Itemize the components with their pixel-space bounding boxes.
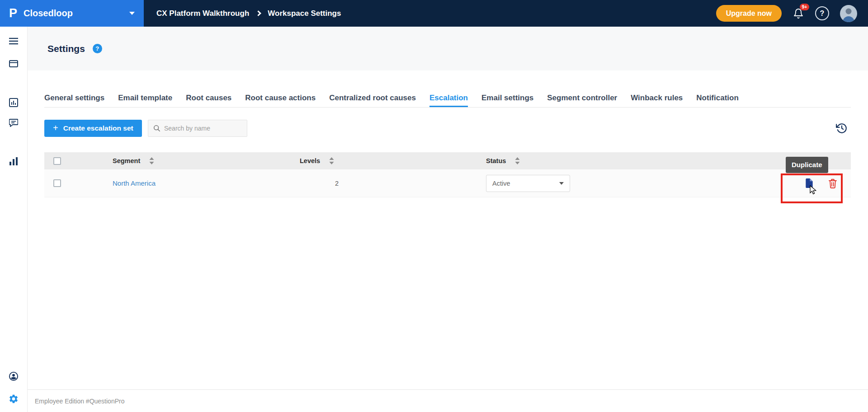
notifications-button[interactable]: 9+ [793, 8, 804, 19]
left-sidebar [0, 27, 28, 412]
row-checkbox-cell [44, 179, 113, 187]
row-levels-cell: 2 [300, 180, 486, 187]
header-levels-cell: Levels [300, 157, 486, 164]
breadcrumb: CX Platform Walkthrough Workspace Settin… [156, 9, 341, 18]
levels-header-label: Levels [300, 157, 320, 164]
table-header-row: Segment Levels Status [44, 152, 851, 169]
segment-link[interactable]: North America [113, 179, 156, 187]
header-status-cell: Status [486, 157, 712, 164]
row-actions-cell [712, 178, 851, 188]
help-button[interactable]: ? [815, 6, 829, 20]
duplicate-tooltip: Duplicate [786, 157, 828, 173]
footer: Employee Edition #QuestionPro [28, 389, 868, 412]
create-escalation-set-label: Create escalation set [63, 124, 133, 132]
brand-logo-icon: P [9, 6, 17, 20]
plus-icon: + [53, 123, 58, 133]
main-content: Settings ? General settings Email templa… [28, 27, 868, 412]
chevron-down-icon [129, 12, 135, 15]
topbar-actions: Upgrade now 9+ ? [716, 5, 868, 22]
user-icon[interactable] [9, 371, 19, 382]
table-row: North America 2 Active [44, 169, 851, 197]
chevron-right-icon [255, 10, 261, 16]
trash-icon [828, 178, 837, 188]
levels-column-header[interactable]: Levels [300, 157, 334, 164]
history-icon [836, 122, 848, 134]
menu-icon[interactable] [9, 37, 18, 45]
search-box [148, 120, 247, 137]
settings-help-icon[interactable]: ? [93, 44, 102, 53]
header-segment-cell: Segment [113, 157, 300, 164]
analytics-icon[interactable] [9, 157, 18, 166]
status-select[interactable]: Active [486, 175, 570, 192]
escalation-table: Segment Levels Status [44, 152, 851, 197]
tab-notification[interactable]: Notification [696, 89, 739, 107]
row-status-cell: Active [486, 175, 712, 192]
settings-gear-icon[interactable] [9, 394, 19, 404]
tab-escalation[interactable]: Escalation [429, 89, 468, 107]
comments-icon[interactable] [9, 119, 18, 127]
row-checkbox[interactable] [53, 179, 61, 187]
tab-general-settings[interactable]: General settings [44, 89, 104, 107]
sort-icon[interactable] [329, 157, 334, 164]
question-mark-glyph: ? [95, 45, 99, 52]
chevron-down-icon [559, 182, 564, 185]
status-column-header[interactable]: Status [486, 157, 520, 164]
sort-icon[interactable] [515, 157, 520, 164]
tab-winback-rules[interactable]: Winback rules [631, 89, 683, 107]
segment-header-label: Segment [113, 157, 140, 164]
breadcrumb-current: Workspace Settings [268, 9, 341, 18]
question-mark-icon: ? [820, 9, 825, 18]
notification-badge: 9+ [800, 4, 809, 11]
status-selected-value: Active [492, 180, 510, 187]
version-history-button[interactable] [836, 122, 848, 134]
upgrade-button[interactable]: Upgrade now [716, 5, 782, 22]
duplicate-button[interactable] [804, 178, 814, 188]
tab-email-template[interactable]: Email template [118, 89, 172, 107]
duplicate-icon [804, 178, 814, 188]
search-input[interactable] [164, 125, 242, 132]
edition-label: Employee Edition #QuestionPro [35, 398, 124, 405]
tab-email-settings[interactable]: Email settings [481, 89, 533, 107]
brand-name: Closedloop [24, 8, 73, 19]
page-title: Settings [47, 43, 85, 54]
tab-root-cause-actions[interactable]: Root cause actions [245, 89, 316, 107]
avatar-image [840, 5, 857, 22]
create-escalation-set-button[interactable]: + Create escalation set [44, 120, 142, 137]
status-header-label: Status [486, 157, 506, 164]
top-navigation-bar: P Closedloop CX Platform Walkthrough Wor… [0, 0, 868, 27]
breadcrumb-parent[interactable]: CX Platform Walkthrough [156, 9, 249, 18]
user-avatar[interactable] [840, 5, 857, 22]
brand-switcher[interactable]: P Closedloop [0, 0, 144, 27]
page-header: Settings ? [28, 27, 868, 70]
dashboard-icon[interactable] [9, 98, 18, 107]
levels-value: 2 [300, 180, 339, 187]
tab-root-causes[interactable]: Root causes [186, 89, 231, 107]
tab-segment-controller[interactable]: Segment controller [547, 89, 617, 107]
header-checkbox-cell [44, 157, 113, 165]
row-segment-cell: North America [113, 179, 300, 187]
settings-tabs: General settings Email template Root cau… [44, 89, 851, 108]
search-icon [153, 125, 160, 132]
segment-column-header[interactable]: Segment [113, 157, 154, 164]
tab-centralized-root-causes[interactable]: Centralized root causes [329, 89, 416, 107]
billing-icon[interactable] [9, 60, 18, 67]
delete-button[interactable] [828, 178, 837, 188]
select-all-checkbox[interactable] [53, 157, 61, 165]
sort-icon[interactable] [149, 157, 154, 164]
